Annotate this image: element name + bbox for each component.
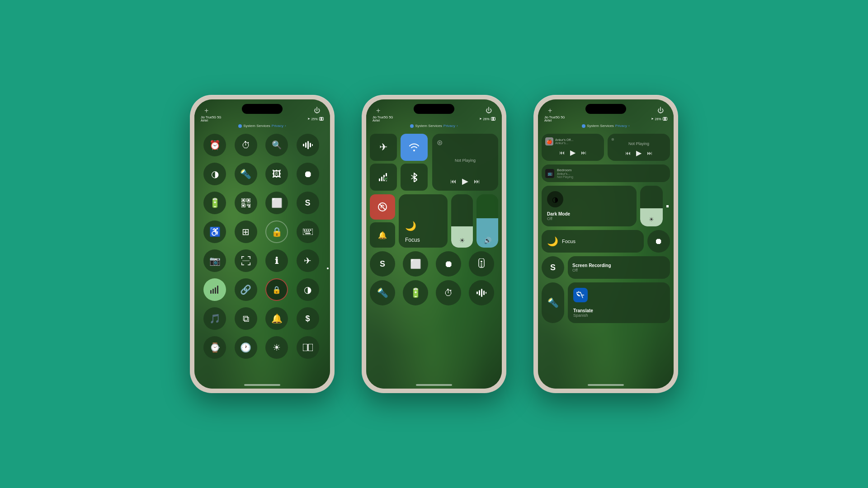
power-button[interactable]: ⏻ <box>314 107 320 114</box>
dark-mode-tile[interactable]: ◑ Dark Mode Off <box>542 186 637 226</box>
airplane-tile[interactable]: ✈ <box>370 134 397 161</box>
svg-rect-0 <box>303 144 304 146</box>
p2-privacy-link[interactable]: Privacy <box>443 124 455 128</box>
p3-translate-tile[interactable]: Translate Spanish <box>568 282 670 323</box>
scroll-indicator <box>327 267 329 269</box>
p2-battery-percent: 26% <box>483 117 490 121</box>
p3-play1[interactable]: ▶ <box>570 148 576 157</box>
rewind-button[interactable]: ⏮ <box>450 178 457 185</box>
link-icon[interactable]: 🔗 <box>235 278 257 301</box>
p3-record-tile[interactable]: ⏺ <box>647 230 670 253</box>
soundwave-icon[interactable] <box>297 134 319 156</box>
svg-rect-38 <box>217 286 218 294</box>
plus-button-3[interactable]: + <box>548 107 552 115</box>
p3-rewind2[interactable]: ⏮ <box>625 150 631 156</box>
display-icon[interactable]: ◑ <box>203 163 226 185</box>
p3-focus-tile[interactable]: 🌙 Focus <box>542 230 644 253</box>
p3-airplay2[interactable]: ⊛ <box>611 137 614 141</box>
window-icon[interactable]: ⬜ <box>265 192 288 214</box>
plus-button[interactable]: + <box>204 107 208 115</box>
p3-battery-icon: ▓ <box>663 117 667 121</box>
battery-btn-2[interactable]: 🔋 <box>403 280 428 305</box>
p3-shazam-tile[interactable]: S <box>542 256 564 279</box>
invert-icon[interactable]: ◑ <box>297 278 319 301</box>
privacy-link[interactable]: Privacy <box>272 124 283 128</box>
p3-shazam-row: S Screen Recording Off <box>542 256 670 279</box>
svg-rect-3 <box>310 143 311 147</box>
p2-privacy-dot <box>410 124 414 128</box>
bluetooth-tile[interactable] <box>401 164 428 191</box>
fastforward-button[interactable]: ⏭ <box>474 178 480 185</box>
privacy-label: System Services <box>243 124 270 128</box>
p3-media1-app: Ankur's Off... <box>555 138 573 141</box>
plus-button-2[interactable]: + <box>376 107 380 115</box>
power-button-3[interactable]: ⏻ <box>657 107 664 114</box>
mute-tile[interactable] <box>370 194 395 220</box>
p3-privacy-link[interactable]: Privacy <box>615 124 627 128</box>
p3-flashlight-tile[interactable]: 🔦 <box>542 282 564 323</box>
airplay-icon[interactable]: ⊛ <box>437 138 443 147</box>
remote-btn[interactable] <box>469 251 494 277</box>
shazam-btn-2[interactable]: S <box>370 251 395 277</box>
layers-icon[interactable]: ⧉ <box>235 307 257 330</box>
p3-rewind1[interactable]: ⏮ <box>559 150 565 156</box>
focus-tile[interactable]: 🌙 Focus <box>399 194 448 248</box>
accessibility-icon[interactable]: ♿ <box>203 221 226 243</box>
split-view-icon[interactable] <box>297 336 319 359</box>
bell-tile[interactable]: 🔔 <box>370 222 395 248</box>
calculator-icon[interactable]: ⊞ <box>235 221 257 243</box>
p2-battery-icon: ▓ <box>491 117 495 121</box>
location-icon: ➤ <box>307 117 310 121</box>
keyboard-icon[interactable] <box>297 221 319 243</box>
timer-icon[interactable]: ⏱ <box>235 134 257 156</box>
flashlight-icon[interactable]: 🔦 <box>235 163 257 185</box>
window-btn-2[interactable]: ⬜ <box>403 251 428 277</box>
airplane-icon[interactable]: ✈ <box>297 249 319 272</box>
volume-slider[interactable]: 🔊 <box>476 194 498 248</box>
svg-rect-25 <box>305 233 311 234</box>
p3-media1-sub: Ankur's... <box>555 141 573 145</box>
timer-btn-2[interactable]: ⏱ <box>436 280 461 305</box>
p3-brightness-slider[interactable]: ☀ <box>640 186 663 226</box>
shazam-icon[interactable]: S <box>297 192 319 214</box>
p3-privacy-dot <box>582 124 585 128</box>
battery-icon-btn[interactable]: 🔋 <box>203 192 226 214</box>
record-icon[interactable]: ⏺ <box>297 163 319 185</box>
music-notes-icon[interactable]: 🎵 <box>203 307 226 330</box>
svg-rect-12 <box>248 204 249 205</box>
play-button[interactable]: ▶ <box>462 176 468 186</box>
photos-icon[interactable]: 🖼 <box>265 163 288 185</box>
appletv-icon: 📺 <box>545 169 554 178</box>
brightness-icon[interactable]: ☀ <box>265 336 288 359</box>
scan-icon[interactable] <box>235 249 257 272</box>
lock-rotation-icon[interactable]: 🔒 <box>265 221 288 243</box>
dollar-icon[interactable]: $ <box>297 307 319 330</box>
cellular-tile[interactable] <box>370 164 397 191</box>
flashlight-btn-2[interactable]: 🔦 <box>370 280 395 305</box>
svg-rect-23 <box>306 231 307 233</box>
p3-screen-rec-tile[interactable]: Screen Recording Off <box>568 256 670 279</box>
watch-icon[interactable]: ⌚ <box>203 336 226 359</box>
svg-rect-4 <box>312 144 313 146</box>
clock-icon[interactable]: 🕐 <box>235 336 257 359</box>
qr-icon[interactable] <box>235 192 257 214</box>
p3-ff1[interactable]: ⏭ <box>581 150 586 156</box>
soundwave-btn-2[interactable] <box>469 280 494 305</box>
p3-appletv-status: Not Playing <box>557 175 573 178</box>
brightness-slider[interactable]: ☀ <box>451 194 473 248</box>
cellular-icon[interactable] <box>203 278 226 301</box>
wifi-tile[interactable] <box>401 134 428 161</box>
alarm-icon[interactable]: ⏰ <box>203 134 226 156</box>
camera-icon[interactable]: 📷 <box>203 249 226 272</box>
svg-rect-8 <box>248 199 250 201</box>
power-button-2[interactable]: ⏻ <box>486 107 492 114</box>
record-btn-2[interactable]: ⏺ <box>436 251 461 277</box>
dynamic-island <box>242 104 283 114</box>
search-icon[interactable]: 🔍 <box>265 134 288 156</box>
info-icon[interactable]: ℹ <box>265 249 288 272</box>
screen-lock-icon[interactable]: 🔒 <box>265 278 288 301</box>
svg-rect-27 <box>241 256 242 259</box>
bell-icon[interactable]: 🔔 <box>265 307 288 330</box>
p3-ff2[interactable]: ⏭ <box>647 150 652 156</box>
p3-play2[interactable]: ▶ <box>636 149 642 157</box>
